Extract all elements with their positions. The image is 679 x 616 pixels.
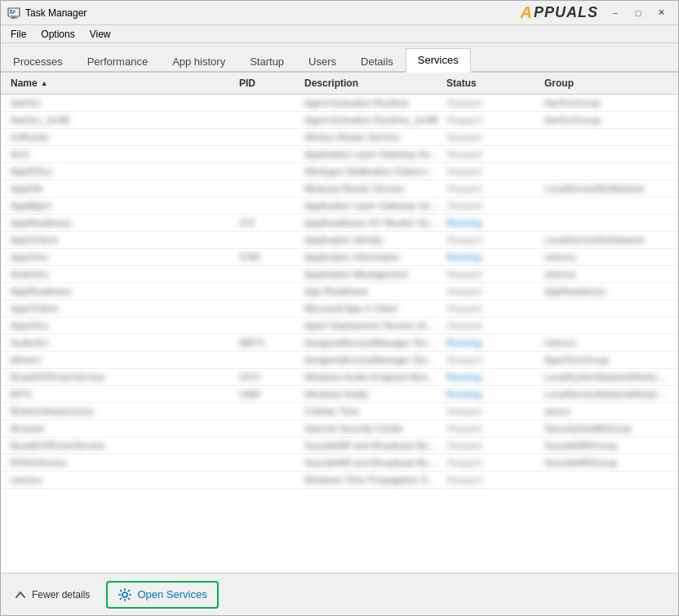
cell-status: Running — [443, 336, 541, 349]
title-bar: Task Manager A PPUALS − □ ✕ — [1, 1, 678, 25]
open-services-button[interactable]: Open Services — [106, 581, 218, 609]
cell-status: Stopped — [443, 131, 541, 144]
table-row[interactable]: AppInfo Miracast Router Service Stopped … — [1, 180, 678, 197]
table-row[interactable]: BITS 1988 Windows Audio Running LocalSer… — [1, 386, 678, 403]
cell-name: AudioSrv — [7, 336, 236, 349]
cell-name: AarSvc — [7, 96, 236, 109]
cell-group: netsvcs — [541, 250, 672, 264]
tab-users[interactable]: Users — [296, 50, 348, 73]
menu-options[interactable]: Options — [34, 27, 81, 42]
appuals-logo: A — [521, 3, 534, 22]
table-row[interactable]: AudioSrv Application Management Stopped … — [1, 266, 678, 283]
cell-pid — [236, 148, 301, 161]
table-row[interactable]: AppXSvc 4780 Application Information Run… — [1, 249, 678, 266]
cell-name: ALG — [7, 148, 236, 161]
col-header-name[interactable]: Name ▲ — [7, 76, 236, 91]
cell-group — [541, 302, 672, 315]
logo-area: A PPUALS — [521, 3, 605, 22]
svg-line-14 — [120, 597, 122, 599]
tab-details[interactable]: Details — [348, 50, 406, 73]
cell-desc: Microsoft App-V Client — [301, 302, 443, 315]
col-header-group[interactable]: Group — [541, 76, 672, 91]
cell-pid — [236, 96, 301, 109]
svg-line-13 — [128, 590, 130, 592]
cell-desc: AssignedAccessManager Service — [301, 353, 443, 366]
tab-services[interactable]: Services — [406, 48, 471, 73]
table-row[interactable]: ALG Application Layer Gateway Service St… — [1, 146, 678, 163]
maximize-button[interactable]: □ — [628, 5, 649, 21]
menu-view[interactable]: View — [83, 27, 118, 42]
tab-app-history[interactable]: App history — [160, 50, 237, 73]
table-row[interactable]: AppMgmt Application Layer Gateway Servic… — [1, 197, 678, 215]
svg-rect-5 — [10, 12, 14, 14]
cell-desc: Application Management — [301, 268, 443, 281]
table-row[interactable]: Browser Internet Security Center Stopped… — [1, 420, 678, 437]
cell-status: Stopped — [443, 233, 541, 246]
cell-pid — [236, 405, 301, 418]
tab-processes[interactable]: Processes — [1, 50, 75, 73]
col-header-pid[interactable]: PID — [236, 76, 301, 91]
cell-status: Stopped — [443, 302, 541, 315]
col-header-status[interactable]: Status — [443, 76, 541, 91]
cell-desc: Application Layer Gateway Service — [301, 199, 443, 212]
cell-desc: Cellular Time — [301, 405, 443, 418]
svg-point-6 — [122, 592, 127, 597]
tab-startup[interactable]: Startup — [237, 50, 296, 73]
table-header: Name ▲ PID Description Status Group — [1, 73, 678, 95]
cell-desc: Application Identity — [301, 233, 443, 246]
svg-line-12 — [128, 597, 130, 599]
table-row[interactable]: AppVClient Application Identity Stopped … — [1, 232, 678, 249]
table-row[interactable]: AppIDSvc Winlogon Notification Subscribe… — [1, 163, 678, 180]
table-row[interactable]: BTAGService SoundHAR and Broadcast Bus S… — [1, 454, 678, 472]
col-header-description[interactable]: Description — [301, 76, 443, 91]
cell-group: LocalServiceNoNetwork — [541, 182, 672, 195]
cell-status: Stopped — [443, 285, 541, 298]
cell-desc: Miracast Router Service — [301, 182, 443, 195]
table-row[interactable]: AudioSrv 88071 AssignedAccessManager Ser… — [1, 335, 678, 352]
table-row[interactable]: AJRouter AllJoyn Router Service Stopped — [1, 129, 678, 146]
cell-status: Stopped — [443, 165, 541, 178]
cell-status: Running — [443, 370, 541, 383]
cell-status: Stopped — [443, 182, 541, 195]
cell-desc: AppReadiness HV Monitor Service — [301, 216, 443, 229]
close-button[interactable]: ✕ — [650, 5, 672, 21]
cell-status: Stopped — [443, 319, 541, 332]
tab-performance[interactable]: Performance — [75, 50, 160, 73]
svg-line-11 — [120, 590, 122, 592]
cell-status: Stopped — [443, 405, 541, 418]
cell-pid: 372 — [236, 216, 301, 229]
cell-desc: Application Layer Gateway Service — [301, 148, 443, 161]
table-row[interactable]: AppReadiness 372 AppReadiness HV Monitor… — [1, 215, 678, 232]
cell-group: LocalServiceNoNetwork — [541, 233, 672, 246]
cell-desc: AllJoyn Router Service — [301, 131, 443, 144]
cell-desc: Agent Activation Runtime — [301, 96, 443, 109]
table-body[interactable]: AarSvc Agent Activation Runtime Stopped … — [1, 95, 678, 573]
menu-file[interactable]: File — [4, 27, 33, 42]
table-row[interactable]: BcastDVRUserService 2372 Windows Audio E… — [1, 369, 678, 386]
cell-pid — [236, 131, 301, 144]
appuals-logo-text: PPUALS — [534, 4, 598, 21]
cell-name: AppReadiness — [7, 285, 236, 298]
cell-pid — [236, 285, 301, 298]
cell-group — [541, 216, 672, 229]
cell-pid — [236, 233, 301, 246]
cell-status: Stopped — [443, 456, 541, 469]
cell-pid: 2372 — [236, 370, 301, 383]
table-row[interactable]: AarSvc_1e4f8 Agent Activation Runtime_1e… — [1, 112, 678, 129]
table-row[interactable]: bthserv AssignedAccessManager Service St… — [1, 352, 678, 369]
cell-pid — [236, 319, 301, 332]
table-row[interactable]: AppVClient Microsoft App-V Client Stoppe… — [1, 300, 678, 317]
table-row[interactable]: BrokerInfrastructure Cellular Time Stopp… — [1, 403, 678, 420]
minimize-button[interactable]: − — [605, 5, 626, 21]
cell-group: SoundHARGroup — [541, 456, 672, 469]
table-row[interactable]: BcastDVRUserService SoundHAR and Broadca… — [1, 437, 678, 454]
cell-pid: 1988 — [236, 388, 301, 401]
cell-desc: SoundHAR and Broadcast Bus Service — [301, 439, 443, 452]
table-row[interactable]: AppReadiness App Readiness Stopped AppRe… — [1, 283, 678, 300]
table-row[interactable]: camsvc Windows Time Propagation Service … — [1, 472, 678, 489]
cell-desc: AssignedAccessManager Service — [301, 336, 443, 349]
fewer-details-button[interactable]: Fewer details — [14, 588, 90, 601]
table-row[interactable]: AarSvc Agent Activation Runtime Stopped … — [1, 95, 678, 112]
table-row[interactable]: AppXSvc AppX Deployment Service (AppXSVC… — [1, 317, 678, 335]
cell-pid — [236, 353, 301, 366]
